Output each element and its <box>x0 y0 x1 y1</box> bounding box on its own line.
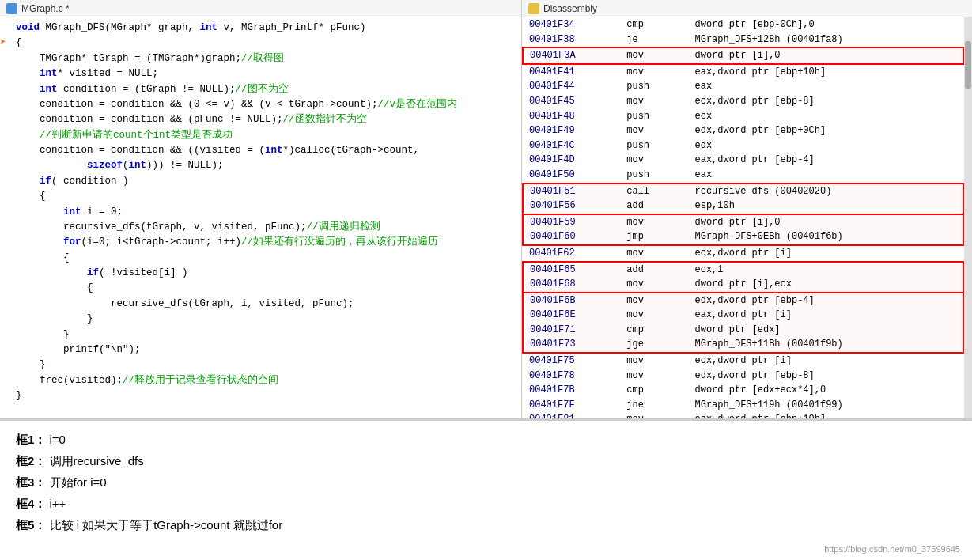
code-line: int i = 0; <box>6 205 515 220</box>
disasm-content[interactable]: 00401F34cmpdword ptr [ebp-0Ch],000401F38… <box>522 17 964 418</box>
annotation-line: 框5： 比较 i 如果大于等于tGraph->count 就跳过for <box>16 514 956 535</box>
annotation-label: 框4： <box>16 497 46 510</box>
disasm-row: 00401F6Emoveax,dword ptr [i] <box>523 308 963 323</box>
disasm-addr: 00401F4D <box>523 153 622 168</box>
disasm-args: ecx,1 <box>690 262 963 278</box>
disasm-row: 00401F71cmpdword ptr [edx] <box>523 323 963 338</box>
code-content[interactable]: void MGraph_DFS(MGraph* graph, int v, MG… <box>0 17 521 418</box>
disasm-opcode: push <box>622 109 690 124</box>
disasm-opcode: mov <box>622 214 690 230</box>
disasm-args: ecx,dword ptr [i] <box>690 353 963 369</box>
disasm-opcode: add <box>622 262 690 278</box>
disasm-row: 00401F7FjneMGraph_DFS+119h (00401f99) <box>523 398 963 413</box>
disasm-opcode: mov <box>622 64 690 80</box>
disasm-args: MGraph_DFS+11Bh (00401f9b) <box>690 337 963 353</box>
code-line: if( condition ) <box>6 174 515 189</box>
code-line: if( !visited[i] ) <box>6 266 515 281</box>
disasm-args: edx <box>690 138 963 153</box>
disasm-opcode: mov <box>622 277 690 293</box>
disasm-addr: 00401F38 <box>523 32 622 48</box>
disasm-row: 00401F75movecx,dword ptr [i] <box>523 353 963 369</box>
disasm-row: 00401F78movedx,dword ptr [ebp-8] <box>523 369 963 384</box>
annotation-label: 框2： <box>16 454 46 467</box>
annotation-label: 框3： <box>16 475 46 489</box>
disasm-opcode: mov <box>622 94 690 109</box>
disasm-opcode: call <box>622 184 690 199</box>
disasm-opcode: mov <box>622 353 690 369</box>
disasm-addr: 00401F41 <box>523 64 622 80</box>
code-line: recursive_dfs(tGraph, v, visited, pFunc)… <box>6 220 515 235</box>
disasm-scrollbar-thumb[interactable] <box>965 41 971 89</box>
disasm-panel: Disassembly 00401F34cmpdword ptr [ebp-0C… <box>522 0 972 418</box>
annotation-label: 框1： <box>16 433 46 446</box>
disasm-addr: 00401F60 <box>523 229 622 245</box>
code-line: free(visited);//释放用于记录查看行状态的空间 <box>6 373 515 388</box>
disasm-inner: 00401F34cmpdword ptr [ebp-0Ch],000401F38… <box>522 17 972 418</box>
disasm-row: 00401F4Dmoveax,dword ptr [ebp-4] <box>523 153 963 168</box>
annotation-text: 开始for i=0 <box>50 475 107 489</box>
disasm-args: dword ptr [ebp-0Ch],0 <box>690 17 963 32</box>
disasm-addr: 00401F71 <box>523 323 622 338</box>
disasm-opcode: mov <box>622 293 690 308</box>
code-panel-title: MGraph.c * <box>21 3 70 14</box>
disasm-args: MGraph_DFS+0EBh (00401f6b) <box>690 229 963 245</box>
code-line: } <box>6 388 515 403</box>
disasm-addr: 00401F3A <box>523 47 622 64</box>
disasm-row: 00401F56addesp,10h <box>523 199 963 214</box>
disasm-addr: 00401F62 <box>523 245 622 262</box>
disasm-row: 00401F48pushecx <box>523 109 963 124</box>
code-titlebar: MGraph.c * <box>0 0 521 17</box>
disasm-titlebar: Disassembly <box>522 0 972 17</box>
disasm-args: dword ptr [edx+ecx*4],0 <box>690 383 963 398</box>
disasm-args: ecx,dword ptr [i] <box>690 245 963 262</box>
disasm-row: 00401F34cmpdword ptr [ebp-0Ch],0 <box>523 17 963 32</box>
disasm-args: MGraph_DFS+128h (00401fa8) <box>690 32 963 48</box>
disasm-addr: 00401F59 <box>523 214 622 230</box>
disasm-addr: 00401F4C <box>523 138 622 153</box>
disasm-args: dword ptr [edx] <box>690 323 963 338</box>
disasm-opcode: mov <box>622 308 690 323</box>
disasm-row: 00401F38jeMGraph_DFS+128h (00401fa8) <box>523 32 963 48</box>
code-line: condition = condition && ((visited = (in… <box>6 143 515 158</box>
code-line: for(i=0; i<tGraph->count; i++)//如果还有行没遍历… <box>6 235 515 250</box>
disasm-addr: 00401F50 <box>523 168 622 184</box>
disasm-opcode: mov <box>622 412 690 418</box>
disasm-scrollbar[interactable] <box>964 17 972 418</box>
disasm-opcode: cmp <box>622 17 690 32</box>
disasm-opcode: jne <box>622 398 690 413</box>
annotation-text: i=0 <box>50 433 66 446</box>
disasm-args: esp,10h <box>690 199 963 214</box>
disasm-addr: 00401F81 <box>523 412 622 418</box>
disasm-addr: 00401F7B <box>523 383 622 398</box>
code-line: TMGraph* tGraph = (TMGraph*)graph;//取得图 <box>6 51 515 66</box>
disasm-opcode: mov <box>622 245 690 262</box>
disasm-opcode: je <box>622 32 690 48</box>
code-line: int* visited = NULL; <box>6 66 515 81</box>
code-line: } <box>6 327 515 342</box>
annotation-line: 框1： i=0 <box>16 429 956 450</box>
disasm-addr: 00401F6E <box>523 308 622 323</box>
annotation-line: 框3： 开始for i=0 <box>16 471 956 493</box>
watermark: https://blog.csdn.net/m0_37599645 <box>824 544 960 554</box>
code-line: int condition = (tGraph != NULL);//图不为空 <box>6 82 515 97</box>
code-file-icon <box>6 3 17 14</box>
code-line: } <box>6 358 515 373</box>
disasm-addr: 00401F65 <box>523 262 622 278</box>
disasm-opcode: push <box>622 138 690 153</box>
code-line: condition = condition && (0 <= v) && (v … <box>6 97 515 112</box>
disasm-panel-title: Disassembly <box>543 3 597 14</box>
disasm-args: dword ptr [i],ecx <box>690 277 963 293</box>
disasm-row: 00401F3Amovdword ptr [i],0 <box>523 47 963 64</box>
code-line: condition = condition && (pFunc != NULL)… <box>6 112 515 127</box>
disasm-args: edx,dword ptr [ebp-8] <box>690 369 963 384</box>
disasm-row: 00401F73jgeMGraph_DFS+11Bh (00401f9b) <box>523 337 963 353</box>
disasm-addr: 00401F34 <box>523 17 622 32</box>
code-line: } <box>6 312 515 327</box>
disasm-addr: 00401F56 <box>523 199 622 214</box>
disasm-args: eax,dword ptr [i] <box>690 308 963 323</box>
disasm-args: ecx,dword ptr [ebp-8] <box>690 94 963 109</box>
disasm-args: dword ptr [i],0 <box>690 47 963 64</box>
disasm-table: 00401F34cmpdword ptr [ebp-0Ch],000401F38… <box>522 17 964 418</box>
disasm-icon <box>528 3 539 14</box>
disasm-opcode: mov <box>622 369 690 384</box>
